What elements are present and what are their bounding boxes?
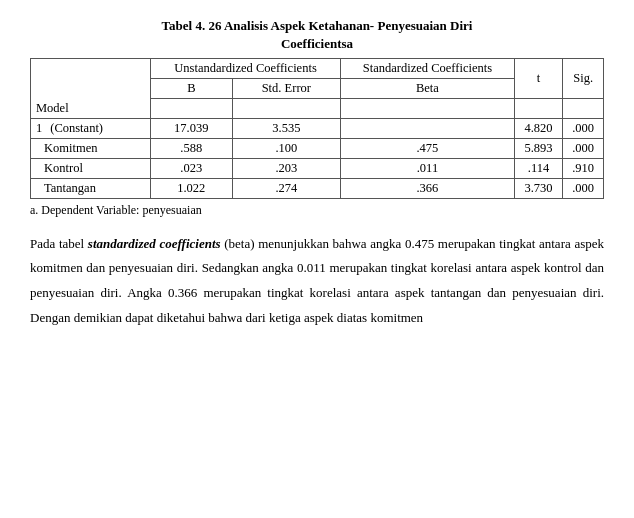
t-cell: 4.820 (514, 118, 562, 138)
b-cell: .588 (151, 138, 233, 158)
unstandardized-header: Unstandardized Coefficients (151, 59, 341, 79)
standardized-header: Standardized Coefficients (341, 59, 515, 79)
model-label: Model (31, 99, 151, 119)
para-before-italic: Pada tabel (30, 236, 88, 251)
table-title: Tabel 4. 26 Analisis Aspek Ketahanan- Pe… (30, 18, 604, 34)
b-subheader: B (151, 79, 233, 99)
std-error-subheader: Std. Error (232, 79, 340, 99)
table-row: 1(Constant)17.0393.5354.820.000 (31, 118, 604, 138)
body-paragraph: Pada tabel standardized coefficients (be… (30, 232, 604, 331)
std-error-cell: .274 (232, 178, 340, 198)
sig-cell: .000 (563, 118, 604, 138)
b-cell: 1.022 (151, 178, 233, 198)
model-item-label: Tantangan (44, 181, 96, 195)
model-item-label: (Constant) (50, 121, 103, 135)
table-subtitle: Coefficientsa (30, 36, 604, 52)
model-item-label: Kontrol (44, 161, 83, 175)
table-row: Komitmen.588.100.4755.893.000 (31, 138, 604, 158)
sig-cell: .910 (563, 158, 604, 178)
para-italic: standardized coefficients (88, 236, 221, 251)
beta-subheader: Beta (341, 79, 515, 99)
table-note: a. Dependent Variable: penyesuaian (30, 203, 604, 218)
table-row: Tantangan1.022.274.3663.730.000 (31, 178, 604, 198)
beta-cell (341, 118, 515, 138)
beta-cell: .475 (341, 138, 515, 158)
t-cell: 3.730 (514, 178, 562, 198)
b-cell: .023 (151, 158, 233, 178)
table-row: Kontrol.023.203.011.114.910 (31, 158, 604, 178)
model-number: 1 (36, 121, 42, 135)
std-error-cell: .100 (232, 138, 340, 158)
std-error-cell: .203 (232, 158, 340, 178)
beta-cell: .011 (341, 158, 515, 178)
t-header: t (514, 59, 562, 99)
t-cell: 5.893 (514, 138, 562, 158)
sig-cell: .000 (563, 178, 604, 198)
b-cell: 17.039 (151, 118, 233, 138)
sig-header: Sig. (563, 59, 604, 99)
beta-cell: .366 (341, 178, 515, 198)
model-item-label: Komitmen (44, 141, 97, 155)
coefficients-table: Unstandardized Coefficients Standardized… (30, 58, 604, 199)
std-error-cell: 3.535 (232, 118, 340, 138)
sig-cell: .000 (563, 138, 604, 158)
t-cell: .114 (514, 158, 562, 178)
